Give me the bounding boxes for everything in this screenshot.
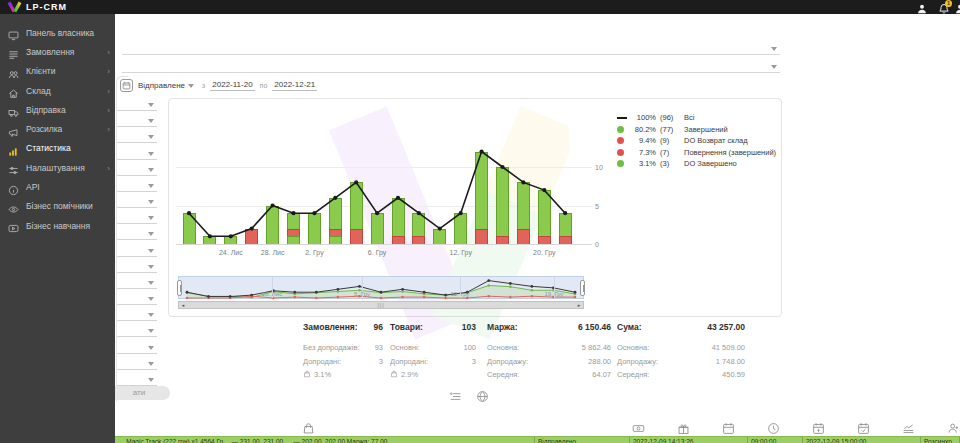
legend-text: (77) [660,125,684,134]
chart-range-navigator[interactable]: 28. Лис5. Гру12. Гру19. Гру [178,276,584,299]
summary-row-value: 288.00 [588,357,611,366]
table-row[interactable]: … Magic Track (222 грн) х1 4564 Гр… — 23… [115,436,960,443]
chevron-down-icon [148,329,154,333]
summary-column-3: Маржа:6 150.46Основна:5 862.46Допродажу:… [487,322,611,382]
navigator-right-handle[interactable] [580,280,585,296]
sidebar-item-10[interactable]: Бізнес помічники [0,197,115,216]
date-from-input[interactable]: 2022-11-20 [210,80,254,91]
sidebar-item-11[interactable]: Бізнес навчання [0,216,115,235]
calendar-icon[interactable] [722,421,735,434]
calendar-button[interactable] [120,79,133,92]
side-filter-select-12[interactable] [117,274,157,289]
filter-select-top-2[interactable] [122,56,780,73]
date-to-input[interactable]: 2022-12-21 [272,80,317,91]
side-filter-select-17[interactable] [117,355,157,370]
settings-icon [8,162,19,173]
legend-item-2[interactable]: 80.2%(77)Завершений [617,124,776,136]
side-filter-select-16[interactable] [117,339,157,354]
legend-item-3[interactable]: 9.4%(9)DO Возврат склад [617,135,776,147]
warehouse-icon [8,85,19,96]
legend-text: (96) [660,113,684,122]
x-axis-tick: 12. Гру [449,249,471,256]
side-filter-select-6[interactable] [117,177,157,192]
side-filter-select-15[interactable] [117,322,157,337]
x-axis-tick: 6. Гру [368,249,387,256]
user-account-icon[interactable] [916,1,928,13]
sidebar-item-label: Бізнес навчання [26,221,90,231]
chevron-right-icon: › [107,67,110,76]
clock-icon[interactable] [767,421,780,434]
legend-item-4[interactable]: 7.3%(7)Повернення (завершений) [617,147,776,159]
chevron-down-icon [148,200,154,204]
scroll-left-icon[interactable]: ◂ [179,302,187,308]
filter-select-top-1[interactable] [122,38,780,55]
chevron-right-icon: › [107,86,110,95]
upsell-percent-value: 2.9% [401,370,418,379]
calendar-up-icon[interactable] [812,421,825,434]
legend-item-1[interactable]: 100%(96)Всі [617,112,776,124]
chevron-down-icon [148,346,154,350]
sidebar-item-9[interactable]: API [0,177,115,196]
listdot-icon[interactable] [449,389,462,402]
side-filter-select-11[interactable] [117,258,157,273]
legend-symbol [617,117,627,119]
user-plus-icon[interactable] [947,421,960,434]
globe-icon[interactable] [476,389,489,402]
summary-row-value: 3 [472,357,476,366]
legend-item-5[interactable]: 3.1%(3)DO Завершено [617,158,776,170]
chevron-down-icon [148,103,154,107]
training-icon [8,220,19,231]
date-type-select[interactable]: Відправлене [138,81,197,90]
sidebar-item-8[interactable]: Налаштування› [0,158,115,177]
side-filter-select-3[interactable] [117,128,157,143]
side-filter-select-5[interactable] [117,161,157,176]
table-cell: 09:00:00 [748,437,803,443]
side-filter-select-18[interactable] [117,371,157,386]
chart-scrollbar[interactable]: ◂ ||| ▸ [178,301,584,309]
sidebar-item-7[interactable]: Статистика [0,139,115,158]
side-filter-select-7[interactable] [117,193,157,208]
side-filter-select-10[interactable] [117,242,157,257]
x-axis-tick: 2. Гру [305,249,324,256]
sidebar-item-6[interactable]: Розсилка› [0,119,115,138]
banknote-icon[interactable] [632,421,645,434]
side-filter-select-14[interactable] [117,306,157,321]
side-filter-select-4[interactable] [117,145,157,160]
scroll-right-icon[interactable]: ▸ [575,302,583,308]
side-filter-select-8[interactable] [117,209,157,224]
upsell-percent-value: 3.1% [314,370,331,379]
chevron-down-icon [148,232,154,236]
bag-icon[interactable] [302,421,315,434]
side-filter-select-9[interactable] [117,225,157,240]
calendar-check-icon[interactable] [857,421,870,434]
navigator-series [179,277,585,300]
summary-title: Маржа:6 150.46 [487,322,611,332]
app-logo[interactable]: LP-CRM [7,1,67,13]
chevron-down-icon [148,265,154,269]
chevron-down-icon [148,362,154,366]
gift-icon[interactable] [677,421,690,434]
side-filter-select-13[interactable] [117,290,157,305]
summary-row-label: Основні: [390,343,420,352]
legend-text: Повернення (завершений) [684,148,776,157]
sidebar-item-3[interactable]: Клієнти› [0,62,115,81]
show-button[interactable]: ати [108,386,170,400]
bag-icon [303,370,311,380]
sidebar-item-1[interactable]: Панель власника [0,23,115,42]
summary-row-value: 64.07 [592,370,611,379]
side-filter-select-2[interactable] [117,112,157,127]
sidebar-item-2[interactable]: Замовлення› [0,42,115,61]
legend-text: 3.1% [632,159,660,168]
sidebar-item-5[interactable]: Відправка› [0,100,115,119]
side-filter-select-1[interactable] [117,96,157,111]
upsell-percent: 2.9% [390,368,476,382]
navigator-left-handle[interactable] [177,280,182,296]
sidebar-item-label: Бізнес помічники [26,201,93,211]
chevron-down-icon [188,84,194,88]
x-axis-tick: 24. Лис [219,249,243,256]
sidebar-item-4[interactable]: Склад› [0,81,115,100]
scrollbar-grip[interactable]: ||| [378,302,385,308]
chevron-down-icon [148,152,154,156]
report-icon[interactable] [902,421,915,434]
secondary-user-icon[interactable] [954,1,960,13]
